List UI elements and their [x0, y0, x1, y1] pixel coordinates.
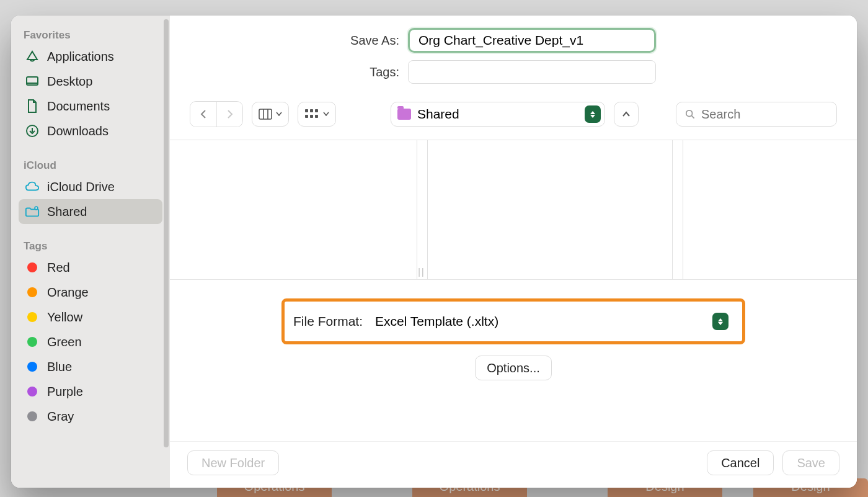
tag-dot-icon: [25, 285, 40, 300]
sidebar-item-label: Yellow: [47, 310, 82, 325]
options-button[interactable]: Options...: [475, 356, 552, 380]
sidebar-section-tags: Tags: [19, 235, 162, 255]
tag-dot-icon: [25, 310, 40, 325]
view-grid-button[interactable]: [298, 102, 336, 127]
column-divider[interactable]: [672, 140, 673, 279]
tags-input[interactable]: [408, 60, 656, 84]
svg-rect-8: [310, 115, 313, 118]
tags-row: Tags:: [170, 56, 857, 87]
sidebar-item-label: Downloads: [47, 124, 108, 138]
file-format-label: File Format:: [293, 314, 363, 329]
lower-section: File Format: Excel Template (.xltx) Opti…: [170, 280, 857, 387]
columns-icon: [259, 109, 272, 120]
collapse-button[interactable]: [614, 102, 639, 127]
sidebar-item-shared[interactable]: Shared: [19, 199, 162, 224]
sidebar-item-label: Documents: [47, 99, 110, 114]
sidebar-tag-yellow[interactable]: Yellow: [19, 305, 162, 329]
tag-dot-icon: [25, 409, 40, 424]
shared-folder-icon: [25, 204, 40, 219]
sidebar-tag-gray[interactable]: Gray: [19, 404, 162, 429]
chevron-down-icon: [323, 112, 329, 117]
sidebar-item-label: Purple: [47, 385, 83, 399]
save-as-label: Save As:: [195, 34, 399, 48]
sidebar-item-downloads[interactable]: Downloads: [19, 119, 162, 143]
save-dialog: Favorites Applications Desktop Documents…: [11, 16, 857, 488]
sidebar-item-applications[interactable]: Applications: [19, 44, 162, 69]
sidebar-tag-purple[interactable]: Purple: [19, 379, 162, 404]
tag-dot-icon: [25, 334, 40, 349]
sidebar-item-label: iCloud Drive: [47, 180, 115, 194]
sidebar-section-icloud: iCloud: [19, 154, 162, 174]
column-resize-handle-icon[interactable]: ||: [417, 267, 426, 277]
sidebar-item-label: Gray: [47, 410, 74, 424]
svg-point-10: [686, 110, 693, 117]
applications-icon: [25, 49, 40, 64]
tag-dot-icon: [25, 384, 40, 399]
main-panel: Save As: Tags:: [170, 16, 857, 488]
footer: New Folder Cancel Save: [170, 441, 857, 488]
save-button[interactable]: Save: [782, 450, 839, 475]
cloud-icon: [25, 179, 40, 194]
location-stepper-icon: [585, 105, 601, 123]
chevron-up-icon: [622, 111, 631, 117]
sidebar-tag-blue[interactable]: Blue: [19, 354, 162, 379]
column-divider[interactable]: [427, 140, 428, 279]
sidebar-scrollbar[interactable]: [164, 19, 169, 447]
sidebar-item-desktop[interactable]: Desktop: [19, 69, 162, 94]
desktop-icon: [25, 74, 40, 89]
cancel-button[interactable]: Cancel: [707, 450, 774, 475]
sidebar-item-label: Green: [47, 335, 82, 349]
location-label: Shared: [417, 107, 459, 122]
svg-rect-5: [310, 109, 313, 112]
sidebar-item-documents[interactable]: Documents: [19, 94, 162, 119]
sidebar-item-label: Desktop: [47, 74, 92, 89]
sidebar-item-label: Blue: [47, 360, 72, 374]
chevron-down-icon: [276, 112, 282, 117]
sidebar-tag-green[interactable]: Green: [19, 329, 162, 354]
search-icon: [685, 109, 695, 120]
svg-point-2: [35, 207, 38, 210]
downloads-icon: [25, 123, 40, 138]
documents-icon: [25, 99, 40, 114]
folder-icon: [397, 109, 411, 120]
file-format-value: Excel Template (.xltx): [375, 314, 498, 329]
svg-rect-4: [305, 109, 308, 112]
forward-button[interactable]: [216, 102, 242, 127]
file-format-select[interactable]: Excel Template (.xltx): [369, 310, 733, 333]
back-button[interactable]: [190, 102, 216, 127]
svg-rect-3: [259, 109, 272, 119]
new-folder-button[interactable]: New Folder: [187, 450, 279, 475]
tags-label: Tags:: [195, 65, 399, 79]
sidebar-item-label: Shared: [47, 205, 87, 219]
location-popup[interactable]: Shared: [391, 102, 605, 127]
sidebar-tag-orange[interactable]: Orange: [19, 280, 162, 305]
sidebar-item-label: Red: [47, 261, 70, 275]
search-input[interactable]: [701, 107, 828, 122]
column-divider[interactable]: [417, 140, 417, 279]
tag-dot-icon: [25, 359, 40, 374]
save-as-row: Save As:: [170, 16, 857, 56]
sidebar: Favorites Applications Desktop Documents…: [11, 16, 170, 488]
search-box[interactable]: [676, 102, 837, 127]
tag-dot-icon: [25, 260, 40, 275]
sidebar-tag-red[interactable]: Red: [19, 255, 162, 280]
select-stepper-icon: [712, 313, 728, 330]
svg-rect-7: [305, 115, 308, 118]
svg-rect-0: [27, 77, 38, 85]
file-format-highlight: File Format: Excel Template (.xltx): [281, 298, 745, 344]
column-divider[interactable]: [683, 140, 683, 279]
sidebar-item-label: Applications: [47, 50, 114, 64]
sidebar-item-label: Orange: [47, 285, 89, 300]
svg-rect-9: [315, 115, 318, 118]
nav-segment: [190, 101, 243, 127]
view-columns-button[interactable]: [252, 102, 289, 127]
sidebar-section-favorites: Favorites: [19, 24, 162, 44]
svg-rect-6: [315, 109, 318, 112]
toolbar: Shared: [170, 87, 857, 140]
grid-icon: [304, 109, 319, 120]
file-browser[interactable]: ||: [170, 140, 857, 280]
save-as-input[interactable]: [408, 28, 656, 53]
sidebar-item-icloud-drive[interactable]: iCloud Drive: [19, 174, 162, 199]
